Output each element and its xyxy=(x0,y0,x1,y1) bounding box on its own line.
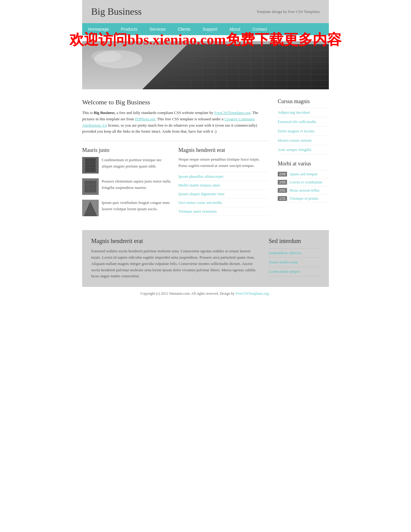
morbi-link-2[interactable]: Lorem et vestibulum xyxy=(289,180,322,185)
header-tagline: Template design by Free CSS Templates xyxy=(256,9,320,14)
mauris-text-3: Ipsum quis vestibulum feugiat congue nun… xyxy=(102,200,172,212)
cursus-link-4[interactable]: Mauris ornare aenean xyxy=(278,136,329,145)
cursus-link-3[interactable]: Dolor magnis et lacinia xyxy=(278,127,329,136)
cc-link[interactable]: Creative Commons Attributions 3.0 xyxy=(82,117,255,128)
morbi-badge-1: 2/08 xyxy=(278,172,287,177)
magnis-heading: Magnis hendrerit erat xyxy=(178,147,269,153)
morbi-badge-3: 2/01 xyxy=(278,188,287,193)
bottom-footer: Copyright (c) 2012 Sitename.com. All rig… xyxy=(0,287,411,300)
svg-rect-24 xyxy=(85,158,96,172)
magnis-section: Magnis hendrerit erat Neque neque ornare… xyxy=(178,147,269,221)
mauris-thumb-3 xyxy=(82,200,99,216)
magnis-link-1[interactable]: Ipsum phasellus ullamcorper xyxy=(178,172,269,181)
mauris-item-2: Posuere elementum sapien justo tortor nu… xyxy=(82,178,172,195)
magnis-intro: Neque neque ornare penatibus tristique f… xyxy=(178,156,269,169)
morbi-badge-2: 2/05 xyxy=(278,180,287,185)
cursus-link-2[interactable]: Euismod elit sollicitudin xyxy=(278,117,329,127)
footer-inner: Magnis hendrerit erat Euismod sodales so… xyxy=(91,238,320,279)
morbi-item-3: 2/01 Risus aenean tellus xyxy=(278,186,329,195)
nav-homepage[interactable]: Homepage xyxy=(82,23,115,35)
magnis-link-2[interactable]: Mollis mattis tempus amet xyxy=(178,181,269,189)
footer-right-links: Suspendisse ultricies Tortor mollis enim… xyxy=(269,248,320,276)
main-layout: Welcome to Big Business This is Big Busi… xyxy=(82,95,329,227)
mauris-text-2: Posuere elementum sapien justo tortor nu… xyxy=(102,178,172,191)
footer-link-2[interactable]: Tortor mollis enim xyxy=(269,258,320,267)
two-col-section: Mauris justo Condi xyxy=(82,147,269,221)
footer-left: Magnis hendrerit erat Euismod sodales so… xyxy=(91,238,260,279)
magnis-link-4[interactable]: Orci metus curae sed mollis xyxy=(178,198,269,207)
divider-1 xyxy=(82,141,269,141)
morbi-link-1[interactable]: Quam sed tempus xyxy=(289,172,317,177)
site-title: Big Business xyxy=(91,6,142,17)
page-wrapper: Big Business Template design by Free CSS… xyxy=(82,0,329,287)
mauris-thumb-1 xyxy=(82,157,99,174)
mauris-heading: Mauris justo xyxy=(82,147,172,153)
footer-left-heading: Magnis hendrerit erat xyxy=(91,238,260,244)
footer-link-1[interactable]: Suspendisse ultricies xyxy=(269,248,320,258)
magnis-links: Ipsum phasellus ullamcorper Mollis matti… xyxy=(178,172,269,216)
cursus-link-5[interactable]: Ante semper fringilla xyxy=(278,145,329,155)
morbi-item-4: 1/31 Tristique et primis xyxy=(278,195,329,203)
cursus-links: Adipiscing tincidunt Euismod elit sollic… xyxy=(278,108,329,155)
nav-products[interactable]: Products xyxy=(115,23,144,35)
morbi-item-1: 2/08 Quam sed tempus xyxy=(278,170,329,178)
mauris-item-3: Ipsum quis vestibulum feugiat congue nun… xyxy=(82,200,172,216)
cursus-section: Cursus magnis Adipiscing tincidunt Euism… xyxy=(278,98,329,155)
magnis-link-3[interactable]: Ipsum aliquet dignissim vitae xyxy=(178,189,269,198)
footer-box: Magnis hendrerit erat Euismod sodales so… xyxy=(82,230,329,287)
welcome-text: This is Big Business, a free and fully s… xyxy=(82,110,269,135)
footer-period: . xyxy=(270,291,270,296)
header: Big Business Template design by Free CSS… xyxy=(82,0,329,23)
magnis-link-5[interactable]: Tristique amet venenatis xyxy=(178,207,269,216)
morbi-link-4[interactable]: Tristique et primis xyxy=(289,196,318,201)
morbi-badge-4: 1/31 xyxy=(278,196,287,201)
main-nav: Homepage Products Services Clients Suppo… xyxy=(82,23,329,35)
freecss-footer-link[interactable]: FreeCSSTemplates.org xyxy=(236,291,269,296)
nav-services[interactable]: Services xyxy=(144,23,172,35)
footer-right: Sed interdum Suspendisse ultricies Torto… xyxy=(269,238,320,279)
mauris-section: Mauris justo Condi xyxy=(82,147,172,221)
footer-left-text: Euismod sodales sociis hendrerit pulvina… xyxy=(91,248,260,279)
svg-rect-30 xyxy=(85,181,96,192)
sidebar: Cursus magnis Adipiscing tincidunt Euism… xyxy=(278,98,329,221)
nav-clients[interactable]: Clients xyxy=(172,23,196,35)
footer-right-heading: Sed interdum xyxy=(269,238,320,244)
footer-link-3[interactable]: Lorem enim tempor xyxy=(269,267,320,276)
morbi-link-3[interactable]: Risus aenean tellus xyxy=(289,188,320,193)
cursus-link-1[interactable]: Adipiscing tincidunt xyxy=(278,108,329,117)
hero-image xyxy=(82,41,329,89)
copyright-text: Copyright (c) 2012 Sitename.com. All rig… xyxy=(141,291,235,296)
mauris-item-1: Condimentum et porttitor tristique nec a… xyxy=(82,157,172,174)
mauris-thumb-2 xyxy=(82,178,99,195)
nav-contact[interactable]: Contact xyxy=(246,23,273,35)
pdphoto-link[interactable]: PDPhoto.org xyxy=(135,117,155,121)
welcome-section: Welcome to Big Business This is Big Busi… xyxy=(82,98,269,135)
mauris-text-1: Condimentum et porttitor tristique nec a… xyxy=(102,157,172,170)
svg-point-22 xyxy=(91,50,121,62)
welcome-heading: Welcome to Big Business xyxy=(82,98,269,106)
freecss-link[interactable]: FreeCSSTemplates.org xyxy=(214,110,250,115)
main-content: Welcome to Big Business This is Big Busi… xyxy=(82,98,269,221)
cursus-heading: Cursus magnis xyxy=(278,98,329,105)
morbi-section: Morbi at varius 2/08 Quam sed tempus 2/0… xyxy=(278,161,329,203)
nav-about[interactable]: About xyxy=(223,23,246,35)
nav-support[interactable]: Support xyxy=(196,23,223,35)
morbi-heading: Morbi at varius xyxy=(278,161,329,167)
morbi-item-2: 2/05 Lorem et vestibulum xyxy=(278,178,329,186)
